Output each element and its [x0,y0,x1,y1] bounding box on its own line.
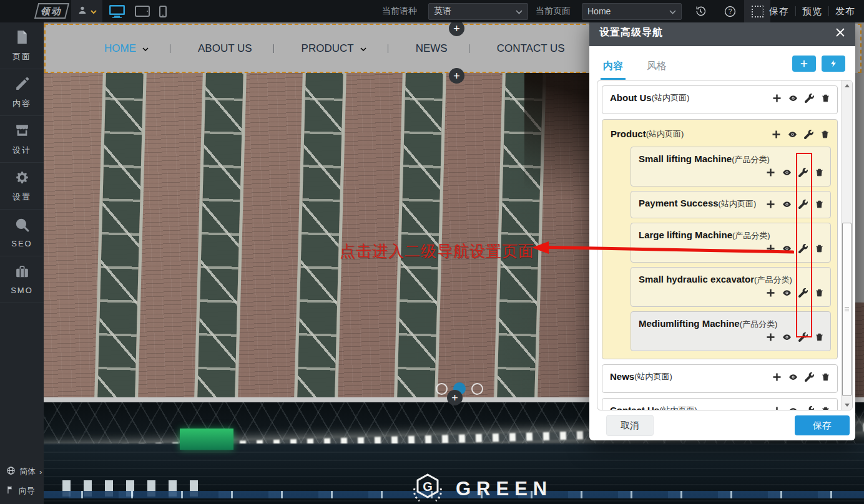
desktop-icon[interactable] [109,4,125,18]
history-icon[interactable] [692,0,709,22]
add-child-icon[interactable] [765,332,776,342]
trash-icon[interactable] [820,129,830,140]
editor-topbar: 领动 当前语种 英语 当前页面 Home ? [0,0,864,22]
wrench-icon[interactable] [804,405,815,410]
page-select[interactable]: Home [582,3,682,20]
cancel-button[interactable]: 取消 [606,415,654,436]
chevron-down-icon [142,43,149,54]
sidebar-item-settings[interactable]: 设置 [0,163,44,210]
nav-item-card[interactable]: Contact Us(站内页面) [602,398,838,410]
sidebar-item-design[interactable]: 设计 [0,116,44,163]
trash-icon[interactable] [820,372,831,382]
dialog-tabs: 内容 风格 [589,46,855,80]
trash-icon[interactable] [814,288,825,298]
site-nav-label: NEWS [416,42,448,55]
add-module-button[interactable]: + [447,390,463,405]
wrench-icon[interactable] [798,243,808,254]
wrench-icon[interactable] [804,93,815,104]
publish-button[interactable]: 发布 [829,6,862,17]
nav-item-card[interactable]: About Us(站内页面) [602,85,838,114]
preview-button[interactable]: 预览 [796,6,828,17]
sidebar-item-label: SMO [11,286,33,295]
trash-icon[interactable] [814,199,825,210]
visibility-icon[interactable] [782,243,792,254]
phone-icon[interactable] [159,6,167,17]
add-child-icon[interactable] [765,199,776,210]
quick-generate-button[interactable] [822,56,845,72]
visibility-icon[interactable] [782,332,792,342]
close-icon[interactable] [835,27,845,37]
visibility-icon[interactable] [782,167,792,178]
row-actions [765,287,825,298]
wrench-icon[interactable] [804,372,815,382]
site-nav-item[interactable]: NEWS [388,42,448,55]
visibility-icon[interactable] [782,199,792,210]
visibility-icon[interactable] [788,372,798,382]
visibility-icon[interactable] [788,93,798,104]
sidebar-item-pages[interactable]: 页面 [0,22,44,69]
nav-child-card[interactable]: Payment Success(站内页面) [631,191,831,218]
site-nav-item[interactable]: HOME [104,42,149,55]
language-select[interactable]: 英语 [428,3,528,20]
scroll-up-arrow-icon[interactable] [842,80,852,90]
language-switch[interactable]: 简体 › [6,466,44,477]
carousel-dot[interactable] [471,383,483,395]
site-nav-item[interactable]: ABOUT US [170,42,252,55]
add-nav-item-button[interactable] [792,56,816,72]
svg-text:?: ? [728,8,732,15]
dialog-save-button[interactable]: 保存 [795,415,850,435]
sidebar-item-smo[interactable]: SMO [0,256,44,303]
wrench-icon[interactable] [798,332,808,342]
site-nav-item[interactable]: PRODUCT [273,42,366,55]
tab-content[interactable]: 内容 [601,55,626,80]
scroll-down-arrow-icon[interactable] [842,400,852,410]
nav-item-type: (站内页面) [652,92,690,104]
hero-decor [854,73,864,303]
visibility-icon[interactable] [788,405,798,410]
add-child-icon[interactable] [772,405,782,410]
hero-decor [524,73,599,223]
nav-child-card[interactable]: Mediumlifting Machine(产品分类) [631,311,831,351]
carousel-dot[interactable] [436,383,448,395]
nav-child-card[interactable]: Small lifting Machine(产品分类) [631,147,831,187]
nav-item-card[interactable]: News(站内页面) [602,364,838,393]
trash-icon[interactable] [814,167,825,178]
nav-item-name: About Us [610,92,652,103]
account-menu[interactable] [71,0,102,22]
help-icon[interactable]: ? [721,0,739,22]
app-logo: 领动 [34,3,69,19]
nav-item-card-expanded[interactable]: Product(站内页面) Small lifting Machine(产 [602,119,838,359]
add-child-icon[interactable] [765,288,776,298]
trash-icon[interactable] [820,93,831,104]
sidebar-item-seo[interactable]: SEO [0,210,44,256]
trash-icon[interactable] [820,405,831,410]
add-child-icon[interactable] [772,93,782,104]
scrollbar-thumb[interactable] [842,223,852,396]
nav-item-type: (产品分类) [732,155,770,164]
tablet-icon[interactable] [135,6,150,17]
panel-scrollbar[interactable] [841,80,852,410]
add-module-button[interactable]: + [449,68,464,84]
wrench-icon[interactable] [798,167,808,178]
guide-button[interactable]: 向导 [6,485,44,497]
nav-item-type: (站内页面) [646,128,684,140]
add-child-icon[interactable] [765,167,776,178]
visibility-icon[interactable] [782,288,792,298]
wrench-icon[interactable] [798,288,808,298]
add-child-icon[interactable] [772,372,782,382]
visibility-icon[interactable] [787,129,798,140]
save-button[interactable]: 保存 [763,6,795,17]
add-child-icon[interactable] [765,243,776,254]
sidebar-item-label: 设计 [12,145,31,156]
wrench-icon[interactable] [803,129,814,140]
add-child-icon[interactable] [771,129,782,140]
nav-item-name: Product [611,128,646,140]
nav-child-card[interactable]: Large lifting Machine(产品分类) [631,223,831,263]
wrench-icon[interactable] [798,199,808,210]
tab-style[interactable]: 风格 [644,55,669,80]
trash-icon[interactable] [814,243,825,254]
site-nav-item[interactable]: CONTACT US [469,42,565,55]
trash-icon[interactable] [814,332,825,342]
sidebar-item-content[interactable]: 内容 [0,69,44,116]
nav-child-card[interactable]: Small hydraulic excavator(产品分类) [631,267,831,307]
